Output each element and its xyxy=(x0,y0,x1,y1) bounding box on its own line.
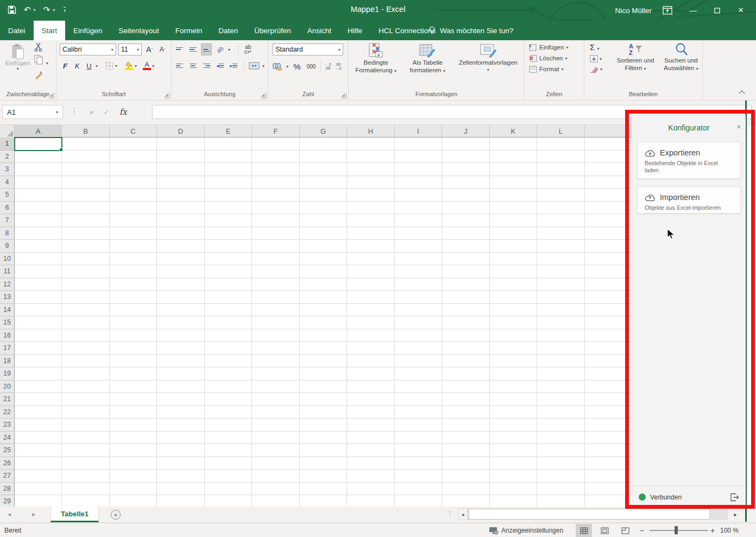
cell[interactable] xyxy=(62,367,109,380)
cell[interactable] xyxy=(395,367,442,380)
sort-filter-button[interactable]: A Z Sortieren und Filtern ▾ xyxy=(610,42,660,73)
cell[interactable] xyxy=(347,291,394,304)
font-color-button[interactable]: A xyxy=(143,61,151,70)
row-header-18[interactable]: 18 xyxy=(0,355,15,368)
cell[interactable] xyxy=(537,355,584,368)
row-header-19[interactable]: 19 xyxy=(0,367,15,380)
cell[interactable] xyxy=(395,470,442,483)
cell[interactable] xyxy=(62,227,109,240)
cell[interactable] xyxy=(395,316,442,329)
cell[interactable] xyxy=(205,151,252,164)
cell-styles-button[interactable]: Zellenformatvorlagen ▾ xyxy=(459,42,518,90)
cell[interactable] xyxy=(205,432,252,445)
cell[interactable] xyxy=(490,227,537,240)
cell[interactable] xyxy=(62,214,109,227)
cell[interactable] xyxy=(205,278,252,291)
increase-indent-icon[interactable]: ▸ xyxy=(228,60,239,72)
cell[interactable] xyxy=(300,163,347,176)
row-header-4[interactable]: 4 xyxy=(0,176,15,189)
cell[interactable] xyxy=(490,189,537,202)
cell[interactable] xyxy=(395,406,442,419)
cell[interactable] xyxy=(157,265,204,278)
cell[interactable] xyxy=(347,495,394,507)
cell[interactable] xyxy=(300,432,347,445)
column-header-F[interactable]: F xyxy=(252,125,299,138)
cell[interactable] xyxy=(442,265,489,278)
undo-icon[interactable]: ↶ xyxy=(24,4,31,16)
cell[interactable] xyxy=(15,406,62,419)
cell[interactable] xyxy=(490,444,537,457)
cell[interactable] xyxy=(62,495,109,507)
cell[interactable] xyxy=(62,151,109,164)
cell[interactable] xyxy=(395,291,442,304)
cell[interactable] xyxy=(395,432,442,445)
cell[interactable] xyxy=(442,495,489,507)
cell[interactable] xyxy=(395,265,442,278)
cell[interactable] xyxy=(395,163,442,176)
cell[interactable] xyxy=(395,355,442,368)
cell[interactable] xyxy=(300,457,347,470)
row-header-7[interactable]: 7 xyxy=(0,214,15,227)
cell[interactable] xyxy=(157,432,204,445)
cell[interactable] xyxy=(347,227,394,240)
ribbon-display-options-icon[interactable] xyxy=(663,6,672,15)
cell[interactable] xyxy=(252,304,299,317)
close-button[interactable]: × xyxy=(730,2,752,18)
cell[interactable] xyxy=(442,253,489,266)
cell[interactable] xyxy=(157,355,204,368)
cell[interactable] xyxy=(157,483,204,496)
cell[interactable] xyxy=(300,393,347,406)
alignment-dialog-launcher-icon[interactable] xyxy=(261,93,266,98)
cell[interactable] xyxy=(490,406,537,419)
cell[interactable] xyxy=(110,176,157,189)
ribbon-tab-start[interactable]: Start xyxy=(34,21,66,40)
increase-decimal-button[interactable]: ←,0 ,00 xyxy=(324,63,331,70)
cell[interactable] xyxy=(300,151,347,164)
cell[interactable] xyxy=(15,380,62,394)
cell[interactable] xyxy=(252,278,299,291)
cell[interactable] xyxy=(442,176,489,189)
cell[interactable] xyxy=(252,240,299,253)
tell-me-box[interactable]: Was möchten Sie tun? xyxy=(421,21,520,40)
row-header-8[interactable]: 8 xyxy=(0,227,15,240)
bold-button[interactable]: F xyxy=(60,60,71,72)
align-center-icon[interactable] xyxy=(187,60,198,72)
cell[interactable] xyxy=(300,329,347,342)
cell[interactable] xyxy=(110,495,157,507)
cell[interactable] xyxy=(490,432,537,445)
row-header-16[interactable]: 16 xyxy=(0,329,15,342)
cell[interactable] xyxy=(205,240,252,253)
cell[interactable] xyxy=(347,316,394,329)
cancel-entry-icon[interactable]: × xyxy=(89,108,94,117)
cell[interactable] xyxy=(442,278,489,291)
cell[interactable] xyxy=(157,444,204,457)
row-header-21[interactable]: 21 xyxy=(0,393,15,406)
cell[interactable] xyxy=(62,457,109,470)
cell[interactable] xyxy=(347,304,394,317)
cell[interactable] xyxy=(110,329,157,342)
cell[interactable] xyxy=(110,202,157,215)
row-header-13[interactable]: 13 xyxy=(0,291,15,304)
column-header-G[interactable]: G xyxy=(300,125,347,138)
cell[interactable] xyxy=(252,444,299,457)
zoom-slider-track[interactable] xyxy=(650,530,708,531)
cell[interactable] xyxy=(300,367,347,380)
cell[interactable] xyxy=(15,278,62,291)
name-box[interactable]: A1 ▾ xyxy=(2,105,63,119)
cell[interactable] xyxy=(110,227,157,240)
cell[interactable] xyxy=(537,380,584,394)
orientation-dropdown-icon[interactable]: ▾ xyxy=(228,47,230,52)
align-middle-icon[interactable] xyxy=(187,43,198,55)
cell[interactable] xyxy=(62,278,109,291)
cell[interactable] xyxy=(252,342,299,355)
cell[interactable] xyxy=(395,240,442,253)
cell[interactable] xyxy=(490,483,537,496)
cell[interactable] xyxy=(442,355,489,368)
cell[interactable] xyxy=(62,163,109,176)
cell[interactable] xyxy=(537,227,584,240)
cell[interactable] xyxy=(62,202,109,215)
cell[interactable] xyxy=(490,329,537,342)
cell[interactable] xyxy=(205,316,252,329)
cell[interactable] xyxy=(490,291,537,304)
cell[interactable] xyxy=(15,432,62,445)
